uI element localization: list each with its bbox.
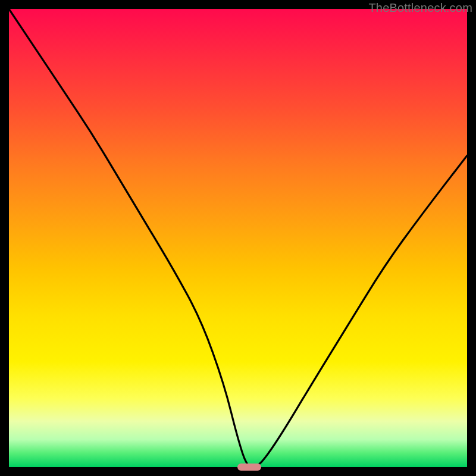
chart-plot-area bbox=[9, 9, 467, 467]
chart-stage: TheBottleneck.com bbox=[0, 0, 476, 476]
chart-curve bbox=[9, 9, 467, 467]
watermark-text: TheBottleneck.com bbox=[368, 1, 472, 15]
min-marker bbox=[237, 464, 261, 471]
bottleneck-curve-path bbox=[9, 9, 467, 467]
